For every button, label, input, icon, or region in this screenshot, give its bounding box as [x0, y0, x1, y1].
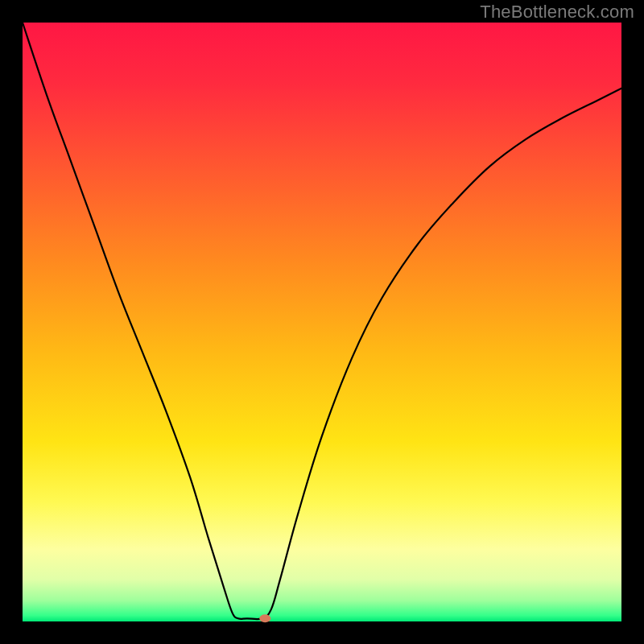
chart-frame: TheBottleneck.com: [0, 0, 644, 644]
plot-background: [23, 23, 621, 621]
bottleneck-chart: [0, 0, 644, 644]
optimal-marker: [259, 614, 270, 622]
watermark-text: TheBottleneck.com: [480, 2, 634, 23]
